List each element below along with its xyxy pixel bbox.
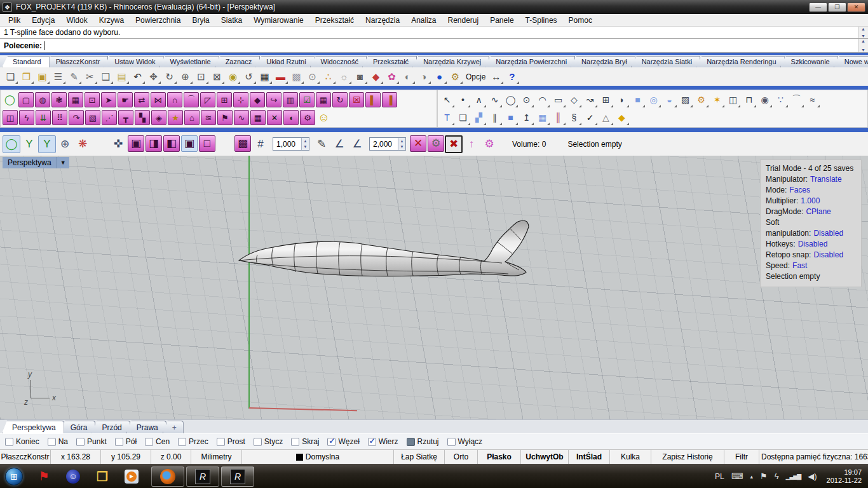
osnap-item[interactable]: Prost	[217, 437, 245, 446]
curve-handle-icon[interactable]: ↝	[582, 92, 598, 108]
ts-cage-icon[interactable]: ◫	[3, 110, 18, 125]
radius-icon[interactable]: ⊙	[304, 69, 320, 85]
shade-icon[interactable]: ◆	[368, 69, 384, 85]
status-cell[interactable]: Dostępna pamięć fizyczna: 1663 MB	[759, 450, 868, 464]
status-cell[interactable]: IntŚlad	[569, 450, 610, 464]
ts-grab-icon[interactable]: ☛	[118, 92, 133, 107]
cancel-button-icon[interactable]: ✖	[445, 135, 463, 153]
ghosted-sphere-icon[interactable]: ◑	[416, 69, 431, 85]
dimension-icon[interactable]: ↔	[488, 69, 504, 85]
display-mode-car-icon[interactable]: ▬	[273, 69, 288, 85]
rectangle-icon[interactable]: ▭	[550, 92, 566, 108]
point-pair-icon[interactable]: ∵	[773, 92, 789, 108]
boolean-icon[interactable]: ◉	[757, 92, 773, 108]
osnap-item[interactable]: Wyłącz	[447, 437, 483, 446]
menu-item[interactable]: Edycja	[26, 15, 60, 26]
firefox-taskbar-button[interactable]	[151, 466, 184, 487]
hidden-icons-chevron[interactable]: ▴	[750, 473, 753, 480]
ts-blob-icon[interactable]: ❃	[51, 92, 67, 107]
twist-icon[interactable]: §	[566, 110, 582, 126]
spheres-icon[interactable]: ◎	[646, 92, 661, 108]
polyline-icon[interactable]: ∧	[471, 92, 487, 108]
offset-icon[interactable]: ∥	[487, 110, 503, 126]
ts-target-icon[interactable]: ◈	[151, 110, 166, 125]
ts-shell-icon[interactable]: ◖	[283, 110, 299, 125]
ts-flag-icon[interactable]: ⚑	[217, 110, 233, 125]
status-cell[interactable]: z 0.00	[151, 450, 191, 464]
zoom-selected-icon[interactable]: ◉	[225, 69, 241, 85]
gears-icon[interactable]: ⚙	[693, 92, 709, 108]
osnap-item[interactable]: Na	[48, 437, 68, 446]
status-cell[interactable]: y 105.29	[101, 450, 151, 464]
blend-icon[interactable]: ≈	[804, 92, 820, 108]
power-plug-icon[interactable]: ϟ	[775, 471, 779, 481]
falloff-off-icon[interactable]: ∠	[330, 135, 348, 153]
osnap-checkbox[interactable]	[76, 438, 85, 446]
zoom-window-icon[interactable]: ⊡	[193, 69, 209, 85]
toolbar-tab[interactable]: Ustaw Widok	[104, 56, 163, 67]
point-icon[interactable]: •	[455, 92, 471, 108]
select-edges-icon[interactable]: ◨	[146, 135, 162, 152]
status-cell[interactable]: Orto	[445, 450, 478, 464]
toolbar-tab[interactable]: Nowe w V5	[834, 56, 868, 67]
ts-surface-icon[interactable]: ▢	[18, 92, 34, 107]
rhino-taskbar-button[interactable]: R	[186, 466, 219, 487]
command-prompt[interactable]: Polecenie: ▲ ▼	[0, 39, 868, 53]
soft-brush-icon[interactable]: ✎	[313, 135, 330, 153]
falloff-value[interactable]: 2,000	[370, 140, 398, 149]
multiplier-value[interactable]: 1,000	[273, 140, 301, 149]
world-axes-icon[interactable]: Y	[38, 135, 56, 153]
ts-gear-icon[interactable]: ⚙	[300, 110, 315, 125]
separator[interactable]	[92, 135, 109, 153]
status-cell[interactable]: x 163.28	[51, 450, 101, 464]
status-cell[interactable]: Płasko	[478, 450, 521, 464]
zoom-extents-icon[interactable]: ⊠	[209, 69, 225, 85]
check-icon[interactable]: ✓	[582, 110, 598, 126]
status-cell[interactable]: Milimetry	[191, 450, 242, 464]
ts-box-sphere-icon[interactable]: ⊡	[85, 92, 100, 107]
ts-smiley-icon[interactable]: ☺	[316, 110, 332, 126]
solid-icon[interactable]: ■	[503, 110, 519, 126]
ts-wings-icon[interactable]: ⋈	[151, 92, 166, 107]
viewport-tab[interactable]: Góra	[60, 421, 96, 433]
menu-item[interactable]: Plik	[3, 15, 26, 26]
tsplines-settings-icon[interactable]: ⚙	[480, 135, 498, 153]
menu-item[interactable]: Wymiarowanie	[248, 15, 309, 26]
ts-bend-icon[interactable]: ⌒	[184, 92, 199, 107]
rotate-view-icon[interactable]: ↻	[161, 69, 177, 85]
copy-selection-icon[interactable]: ⚙	[428, 135, 444, 152]
ts-mesh-house-icon[interactable]: ⌂	[184, 110, 200, 125]
command-history-scrollbar[interactable]: ▲ ▼	[858, 27, 868, 38]
grow-selection-icon[interactable]: #	[252, 135, 269, 153]
move-uvn-icon[interactable]: ✜	[109, 135, 127, 153]
osnap-item[interactable]: Rzutuj	[407, 437, 439, 446]
select-objects-icon[interactable]: ▣	[181, 135, 198, 152]
toolbar-tab[interactable]: Wyświetlanie	[159, 56, 219, 67]
options-gear-icon[interactable]: ⚙	[447, 69, 463, 85]
osnap-item[interactable]: Skraj	[291, 437, 319, 446]
color-wheel-icon[interactable]: ✿	[384, 69, 400, 85]
cplane-axes-icon[interactable]: Y	[20, 135, 38, 153]
circle-icon[interactable]: ◯	[503, 92, 519, 108]
ts-pins-icon[interactable]: ▥	[283, 92, 298, 107]
pan-icon[interactable]: ✥	[146, 69, 161, 85]
menu-item[interactable]: Siatka	[215, 15, 248, 26]
separator[interactable]	[216, 135, 234, 153]
clock[interactable]: 19:07 2012-11-22	[827, 468, 862, 485]
explode-icon[interactable]: ✶	[709, 92, 725, 108]
status-cell[interactable]: PłaszczKonstr	[0, 450, 51, 464]
ts-check-grid-icon[interactable]: ☑	[299, 92, 315, 107]
sphere-gizmo-icon[interactable]: ⊕	[56, 135, 74, 153]
undo-view-icon[interactable]: ↺	[241, 69, 257, 85]
toolbar-tab[interactable]: Narzędzia Brył	[571, 56, 635, 67]
osnap-checkbox[interactable]	[217, 438, 225, 446]
select-all-icon[interactable]: □	[199, 135, 215, 152]
osnap-checkbox[interactable]	[115, 438, 123, 446]
osnap-checkbox[interactable]	[178, 438, 186, 446]
select-faces-icon[interactable]: ◧	[163, 135, 180, 152]
osnap-checkbox[interactable]	[447, 438, 456, 446]
ts-delete-grid-icon[interactable]: ☒	[349, 92, 364, 107]
ts-corner-icon[interactable]: ◸	[200, 92, 215, 107]
save-icon[interactable]: ▣	[34, 69, 50, 85]
menu-item[interactable]: Przekształć	[309, 15, 360, 26]
